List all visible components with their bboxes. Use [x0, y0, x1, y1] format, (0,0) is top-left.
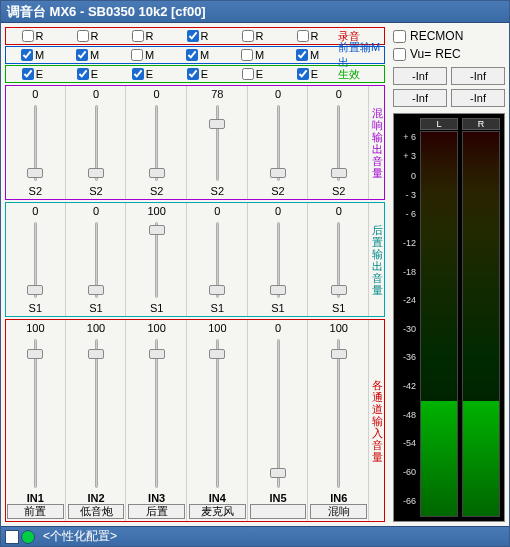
peak-r-bot-button[interactable]: -Inf — [451, 89, 505, 107]
live-checkbox-6[interactable] — [297, 68, 309, 80]
channel-name-1[interactable]: 前置 — [7, 504, 64, 519]
peak-l-bot-button[interactable]: -Inf — [393, 89, 447, 107]
block3-value-2: 100 — [87, 322, 105, 335]
channel-name-3[interactable]: 后置 — [128, 504, 185, 519]
pre-checkbox-3[interactable] — [131, 49, 143, 61]
live-checkbox-1[interactable] — [22, 68, 34, 80]
meter-r-bar — [462, 131, 500, 517]
pre-letter-6: M — [310, 49, 319, 61]
block1-chan-3: 0S2 — [127, 86, 187, 199]
block2-slider-5[interactable] — [269, 222, 287, 298]
block3-value-3: 100 — [148, 322, 166, 335]
vu-checkbox[interactable] — [393, 48, 406, 61]
block3-value-4: 100 — [208, 322, 226, 335]
block3-chan-1: 100IN1前置 — [6, 320, 66, 521]
block3-value-1: 100 — [26, 322, 44, 335]
pre-checkbox-4[interactable] — [186, 49, 198, 61]
in-label-3: IN3 — [148, 492, 165, 504]
block3-chan-6: 100IN6混响 — [309, 320, 369, 521]
block1-slider-6[interactable] — [330, 105, 348, 181]
rec-letter-3: R — [146, 30, 154, 42]
live-checkbox-4[interactable] — [187, 68, 199, 80]
rec-cell-3: R — [116, 28, 170, 44]
live-checkbox-3[interactable] — [132, 68, 144, 80]
vu-label: Vu= — [410, 47, 431, 61]
channel-name-4[interactable]: 麦克风 — [189, 504, 246, 519]
pre-checkbox-6[interactable] — [296, 49, 308, 61]
rec-letter-4: R — [201, 30, 209, 42]
meter-l-bar — [420, 131, 458, 517]
block1-vert-label: 混响输出音量 — [370, 86, 384, 199]
block3-slider-3[interactable] — [148, 339, 166, 488]
pre-checkbox-2[interactable] — [76, 49, 88, 61]
block2-value-4: 0 — [214, 205, 220, 218]
reverb-out-block: 0S20S20S278S20S20S2混响输出音量 — [5, 85, 385, 200]
live-cell-2: E — [61, 66, 115, 82]
rec-checkbox-6[interactable] — [297, 30, 309, 42]
block1-value-5: 0 — [275, 88, 281, 101]
live-checkbox-5[interactable] — [242, 68, 254, 80]
peak-l-top-button[interactable]: -Inf — [393, 67, 447, 85]
block2-chan-2: 0S1 — [67, 203, 127, 316]
block2-slider-3[interactable] — [148, 222, 166, 298]
live-checkbox-2[interactable] — [77, 68, 89, 80]
meter-r-label: R — [462, 118, 500, 130]
block2-slider-4[interactable] — [208, 222, 226, 298]
live-letter-1: E — [36, 68, 43, 80]
recmon-checkbox[interactable] — [393, 30, 406, 43]
block3-slider-1[interactable] — [26, 339, 44, 488]
block1-chan-6: 0S2 — [309, 86, 369, 199]
pre-checkbox-5[interactable] — [241, 49, 253, 61]
block2-slider-1[interactable] — [26, 222, 44, 298]
block3-slider-2[interactable] — [87, 339, 105, 488]
block1-slider-3[interactable] — [148, 105, 166, 181]
channel-name-5[interactable] — [250, 504, 307, 519]
block2-slider-2[interactable] — [87, 222, 105, 298]
rec-checkbox-3[interactable] — [132, 30, 144, 42]
rec-checkbox-1[interactable] — [22, 30, 34, 42]
window-title: 调音台 MX6 - SB0350 10k2 [cf00] — [1, 1, 509, 23]
block1-value-6: 0 — [336, 88, 342, 101]
block2-chan-1: 0S1 — [6, 203, 66, 316]
block1-chan-1: 0S2 — [6, 86, 66, 199]
block3-chan-5: 0IN5 — [249, 320, 309, 521]
status-icon-2[interactable] — [21, 530, 35, 544]
block2-value-2: 0 — [93, 205, 99, 218]
block1-send-2: S2 — [89, 185, 102, 197]
block3-slider-6[interactable] — [330, 339, 348, 488]
block1-slider-5[interactable] — [269, 105, 287, 181]
rec-checkbox-5[interactable] — [242, 30, 254, 42]
block2-chan-3: 100S1 — [127, 203, 187, 316]
block1-slider-1[interactable] — [26, 105, 44, 181]
block1-slider-2[interactable] — [87, 105, 105, 181]
status-text: <个性化配置> — [43, 528, 117, 545]
rec-label: REC — [435, 47, 460, 61]
status-icon-1[interactable] — [5, 530, 19, 544]
block2-chan-6: 0S1 — [309, 203, 369, 316]
block1-slider-4[interactable] — [208, 105, 226, 181]
block1-send-5: S2 — [271, 185, 284, 197]
rec-cell-4: R — [171, 28, 225, 44]
rear-out-block: 0S10S1100S10S10S10S1后置 输出音量 — [5, 202, 385, 317]
block2-vert-label: 后置 输出音量 — [370, 203, 384, 316]
rec-checkbox-2[interactable] — [77, 30, 89, 42]
recmon-label: RECMON — [410, 29, 463, 43]
block2-slider-6[interactable] — [330, 222, 348, 298]
rec-checkbox-4[interactable] — [187, 30, 199, 42]
channel-name-6[interactable]: 混响 — [310, 504, 367, 519]
pre-letter-3: M — [145, 49, 154, 61]
channel-name-2[interactable]: 低音炮 — [68, 504, 125, 519]
pre-row-label: 前置输M出 — [336, 47, 384, 63]
live-letter-2: E — [91, 68, 98, 80]
block2-chan-5: 0S1 — [249, 203, 309, 316]
block1-value-3: 0 — [154, 88, 160, 101]
peak-r-top-button[interactable]: -Inf — [451, 67, 505, 85]
pre-checkbox-1[interactable] — [21, 49, 33, 61]
rec-cell-5: R — [226, 28, 280, 44]
block2-value-3: 100 — [148, 205, 166, 218]
block2-chan-4: 0S1 — [188, 203, 248, 316]
block1-send-1: S2 — [29, 185, 42, 197]
block3-slider-4[interactable] — [208, 339, 226, 488]
block3-slider-5[interactable] — [269, 339, 287, 488]
pre-cell-2: M — [61, 47, 115, 63]
